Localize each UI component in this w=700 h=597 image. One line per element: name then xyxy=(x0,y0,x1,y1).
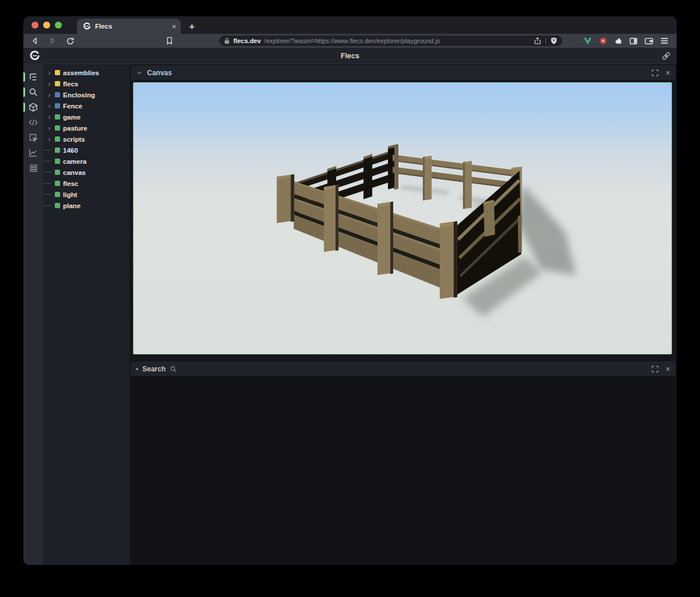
share-link-icon[interactable] xyxy=(662,51,671,61)
close-panel-icon[interactable]: × xyxy=(666,69,670,77)
close-window-button[interactable] xyxy=(32,22,38,29)
expand-arrow-icon[interactable]: › xyxy=(47,80,52,87)
extensions-puzzle-icon[interactable] xyxy=(614,37,622,45)
entity-label: Fence xyxy=(63,103,82,110)
new-tab-button[interactable]: + xyxy=(189,22,195,31)
menu-icon[interactable] xyxy=(660,37,668,44)
entity-type-square xyxy=(55,181,60,186)
entity-type-square xyxy=(55,203,60,208)
entity-type-square xyxy=(55,159,60,164)
brave-shield-icon[interactable] xyxy=(550,37,558,45)
expand-arrow-icon[interactable]: › xyxy=(47,136,52,143)
expand-arrow-icon[interactable]: › xyxy=(47,92,52,99)
main-area: Canvas × xyxy=(130,64,677,565)
fullscreen-icon[interactable] xyxy=(652,69,659,76)
tree-item-fence[interactable]: › Fence xyxy=(43,100,130,111)
zoom-window-button[interactable] xyxy=(55,22,62,29)
canvas-3d-cube-icon[interactable] xyxy=(23,100,43,114)
memory-rows-icon[interactable] xyxy=(23,161,43,175)
entity-label: flecs xyxy=(63,80,78,87)
tree-item-pasture[interactable]: › pasture xyxy=(43,122,130,134)
tree-connector-line xyxy=(43,172,51,173)
bookmark-icon[interactable] xyxy=(163,35,175,47)
share-icon[interactable] xyxy=(534,37,541,45)
flecs-favicon-icon xyxy=(83,22,91,30)
expand-arrow-icon[interactable]: › xyxy=(47,114,52,121)
entity-tree-icon[interactable] xyxy=(23,70,43,84)
back-icon[interactable] xyxy=(29,35,41,47)
search-panel-header[interactable]: Search × xyxy=(131,361,676,376)
active-indicator xyxy=(23,72,25,82)
forward-icon[interactable] xyxy=(47,35,58,47)
browser-tab[interactable]: Flecs × xyxy=(77,19,181,34)
address-bar[interactable]: flecs.dev /explorer/?wasm=https://www.fl… xyxy=(219,36,562,46)
vue-devtools-icon[interactable] xyxy=(583,37,592,45)
tree-item-camera[interactable]: camera xyxy=(43,156,130,167)
tree-item-plane[interactable]: plane xyxy=(43,200,130,211)
search-icon[interactable] xyxy=(23,85,43,99)
sidebar-toggle-icon[interactable] xyxy=(629,37,638,45)
wallet-icon[interactable] xyxy=(645,37,653,45)
stats-chart-icon[interactable] xyxy=(23,146,43,160)
tree-item-assemblies[interactable]: › assemblies xyxy=(43,67,130,78)
tree-item-scripts[interactable]: › scripts xyxy=(43,134,130,145)
tree-item-game[interactable]: › game xyxy=(43,111,130,122)
canvas-3d-viewport[interactable] xyxy=(133,82,672,354)
extension-icons xyxy=(583,37,671,45)
expand-arrow-icon[interactable]: › xyxy=(47,103,52,110)
minimize-window-button[interactable] xyxy=(43,22,50,29)
tree-connector-line xyxy=(43,150,51,150)
tab-bar: Flecs × + xyxy=(23,16,677,34)
fence-3d-render xyxy=(134,83,671,354)
entity-type-square xyxy=(55,136,60,142)
entity-type-square xyxy=(55,70,60,75)
active-indicator xyxy=(23,103,25,112)
window-controls xyxy=(23,16,69,34)
panel-gap xyxy=(130,356,677,360)
entity-label: light xyxy=(63,191,77,198)
canvas-panel-header[interactable]: Canvas × xyxy=(131,65,676,80)
reload-icon[interactable] xyxy=(64,35,76,47)
expand-arrow-icon[interactable]: › xyxy=(47,69,52,76)
app-header: Flecs xyxy=(23,48,677,64)
tree-connector-line xyxy=(43,161,51,161)
entity-type-square xyxy=(55,125,60,131)
red-hexagon-extension-icon[interactable] xyxy=(599,37,607,45)
url-path: /explorer/?wasm=https://www.flecs.dev/ex… xyxy=(264,37,530,44)
entity-label: assemblies xyxy=(63,69,99,76)
tree-item-flesc[interactable]: flesc xyxy=(43,178,130,189)
entity-type-square xyxy=(55,148,60,153)
tree-item-enclosing[interactable]: › Enclosing xyxy=(43,89,130,100)
entity-type-square xyxy=(55,103,60,108)
fullscreen-icon[interactable] xyxy=(652,366,659,373)
entity-tree-panel: › assemblies › flecs › Enclosing › Fence… xyxy=(43,64,130,565)
divider xyxy=(545,38,546,44)
collapsed-indicator-icon[interactable] xyxy=(136,368,138,370)
tree-item-1460[interactable]: 1460 xyxy=(43,145,130,156)
inspect-icon[interactable] xyxy=(23,131,43,145)
tree-connector-line xyxy=(43,194,51,195)
tree-item-light[interactable]: light xyxy=(43,189,130,200)
tree-item-flecs[interactable]: › flecs xyxy=(43,78,130,89)
entity-label: camera xyxy=(63,158,86,165)
entity-label: pasture xyxy=(63,125,88,132)
canvas-panel-body xyxy=(130,80,677,356)
tab-title: Flecs xyxy=(95,23,167,30)
entity-type-square xyxy=(55,81,60,86)
browser-window: Flecs × + flecs.dev /explorer/?wasm=http… xyxy=(23,16,677,565)
expand-arrow-icon[interactable]: › xyxy=(47,125,52,132)
code-icon[interactable] xyxy=(23,115,43,129)
close-panel-icon[interactable]: × xyxy=(666,365,670,373)
canvas-panel-title: Canvas xyxy=(147,69,172,77)
close-tab-icon[interactable]: × xyxy=(172,23,176,30)
page-title: Flecs xyxy=(23,52,677,60)
entity-label: Enclosing xyxy=(63,92,95,99)
entity-label: 1460 xyxy=(63,147,78,154)
tree-connector-line xyxy=(43,183,51,184)
entity-type-square xyxy=(55,192,60,197)
chevron-down-icon[interactable] xyxy=(136,69,143,76)
entity-type-square xyxy=(55,92,60,97)
flecs-logo-icon[interactable] xyxy=(29,50,40,61)
url-domain: flecs.dev xyxy=(233,37,261,44)
tree-item-canvas[interactable]: canvas xyxy=(43,167,130,178)
